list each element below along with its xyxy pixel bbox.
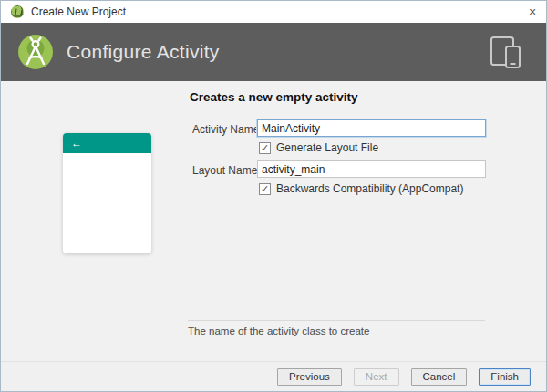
titlebar: Create New Project ×: [1, 1, 546, 23]
activity-name-label: Activity Name:: [192, 123, 263, 136]
generate-layout-checkbox-row: ✓ Generate Layout File: [259, 141, 378, 154]
backwards-compat-checkbox[interactable]: ✓: [259, 183, 271, 195]
previous-button[interactable]: Previous: [277, 368, 342, 386]
wizard-content: ← Creates a new empty activity Activity …: [1, 81, 546, 361]
window-title: Create New Project: [31, 5, 126, 18]
backwards-compat-checkbox-row: ✓ Backwards Compatibility (AppCompat): [259, 182, 463, 195]
layout-name-label: Layout Name:: [192, 164, 261, 177]
phone-tablet-icon: [486, 34, 526, 70]
app-icon: [11, 5, 24, 18]
close-icon[interactable]: ×: [519, 1, 546, 23]
layout-name-input[interactable]: [257, 160, 486, 178]
hint-text: The name of the activity class to create: [188, 325, 369, 336]
wizard-footer: Previous Next Cancel Finish: [1, 361, 546, 391]
hint-separator: [188, 320, 485, 321]
android-studio-logo-icon: [17, 34, 54, 70]
preview-appbar: ←: [63, 133, 151, 153]
form-heading: Creates a new empty activity: [190, 90, 358, 104]
generate-layout-label: Generate Layout File: [276, 141, 378, 154]
next-button[interactable]: Next: [354, 368, 399, 386]
generate-layout-checkbox[interactable]: ✓: [259, 142, 271, 154]
cancel-button[interactable]: Cancel: [411, 368, 468, 386]
activity-name-input[interactable]: [257, 119, 486, 137]
wizard-step-title: Configure Activity: [67, 41, 220, 63]
activity-preview-thumbnail: ←: [63, 133, 151, 253]
back-arrow-icon: ←: [71, 137, 82, 150]
wizard-header: Configure Activity: [1, 23, 546, 81]
finish-button[interactable]: Finish: [479, 368, 531, 386]
create-new-project-dialog: Create New Project × Configure Activity: [0, 0, 547, 392]
backwards-compat-label: Backwards Compatibility (AppCompat): [276, 182, 463, 195]
